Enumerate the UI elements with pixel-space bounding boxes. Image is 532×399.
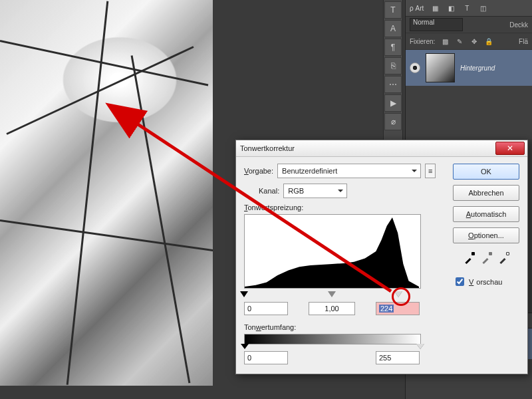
lock-all-icon[interactable]: 🔒 bbox=[484, 37, 493, 46]
histogram bbox=[244, 214, 421, 289]
ok-button[interactable]: OK bbox=[453, 164, 519, 180]
shadow-input[interactable]: 0 bbox=[244, 302, 288, 315]
preview-checkbox[interactable]: VorschauVorschau bbox=[453, 275, 519, 288]
midtone-input[interactable]: 1,00 bbox=[309, 302, 355, 315]
panel-icon-2[interactable]: ⋯ bbox=[384, 76, 402, 93]
type-tool-icon[interactable]: T bbox=[384, 1, 402, 19]
panel-glyph-icon[interactable]: ◫ bbox=[478, 3, 487, 13]
cancel-button[interactable]: Abbrechen bbox=[453, 185, 519, 201]
channel-select[interactable]: RGB bbox=[283, 184, 347, 198]
midtone-slider[interactable] bbox=[328, 291, 336, 297]
layer-row[interactable]: Hintergrund bbox=[406, 50, 532, 86]
output-low-input[interactable]: 0 bbox=[244, 351, 288, 364]
char-panel-icon[interactable]: A bbox=[384, 20, 402, 37]
black-point-eyedropper-icon[interactable] bbox=[464, 253, 474, 263]
eyedropper-cursor-icon bbox=[122, 112, 132, 121]
play-icon[interactable]: ▶ bbox=[384, 94, 402, 112]
paragraph-panel-icon[interactable]: ¶ bbox=[384, 39, 402, 56]
lock-move-icon[interactable]: ✥ bbox=[469, 37, 479, 46]
input-levels-label: Tonwertspreizung: bbox=[244, 203, 303, 211]
output-high-input[interactable]: 255 bbox=[376, 351, 420, 364]
output-highlight-slider[interactable] bbox=[416, 344, 424, 349]
output-levels-label: Tonwertumfang: bbox=[244, 323, 296, 331]
visibility-eye-icon[interactable] bbox=[410, 63, 420, 73]
preset-label: VVorgabe:orgabe: bbox=[244, 167, 273, 175]
shadow-slider[interactable] bbox=[240, 291, 248, 297]
art-dropdown-label[interactable]: ρ Art bbox=[410, 5, 424, 12]
panel-glyph-icon[interactable]: ▦ bbox=[430, 3, 440, 13]
panel-icon[interactable]: ⎘ bbox=[384, 57, 402, 74]
blend-mode-select[interactable]: Normal bbox=[410, 18, 463, 31]
levels-dialog: Tonwertkorrektur ✕ VVorgabe:orgabe: Benu… bbox=[235, 140, 528, 374]
document-canvas[interactable] bbox=[0, 0, 213, 386]
preview-checkbox-input[interactable] bbox=[456, 277, 464, 286]
layer-thumbnail[interactable] bbox=[426, 53, 455, 82]
layer-name[interactable]: Hintergrund bbox=[460, 65, 495, 72]
auto-button[interactable]: AAutomatischutomatisch bbox=[453, 206, 519, 222]
gray-point-eyedropper-icon[interactable] bbox=[481, 253, 491, 263]
dialog-titlebar[interactable]: Tonwertkorrektur ✕ bbox=[236, 140, 527, 157]
dialog-title: Tonwertkorrektur bbox=[240, 144, 295, 152]
highlight-slider-annotation bbox=[392, 287, 410, 306]
panel-glyph-icon[interactable]: ◧ bbox=[446, 3, 456, 13]
opacity-label: Deckk bbox=[509, 21, 528, 29]
input-sliders[interactable] bbox=[244, 291, 420, 301]
close-button[interactable]: ✕ bbox=[495, 142, 525, 155]
layers-panel: ρ Art ▦ ◧ T ◫ Normal Deckk Fixieren: ▩ ✎… bbox=[405, 0, 532, 140]
channel-label: Kanal: bbox=[259, 187, 279, 195]
lock-transparent-icon[interactable]: ▩ bbox=[440, 37, 450, 46]
panel-icon-3[interactable]: ⌀ bbox=[384, 113, 402, 130]
preset-menu-button[interactable]: ≡ bbox=[425, 164, 436, 178]
output-gradient[interactable] bbox=[244, 334, 421, 344]
panel-glyph-icon[interactable]: T bbox=[462, 3, 471, 13]
svg-marker-0 bbox=[245, 217, 419, 288]
lock-label: Fixieren: bbox=[410, 38, 435, 45]
output-shadow-slider[interactable] bbox=[241, 344, 249, 349]
white-point-eyedropper-icon[interactable] bbox=[498, 253, 509, 263]
preset-select[interactable]: Benutzerdefiniert bbox=[277, 164, 421, 178]
collapsed-tool-strip: T A ¶ ⎘ ⋯ ▶ ⌀ bbox=[383, 0, 403, 140]
lock-paint-icon[interactable]: ✎ bbox=[455, 37, 464, 46]
fill-label: Flä bbox=[519, 38, 528, 45]
options-button[interactable]: Optionen...Optionen... bbox=[453, 227, 519, 243]
ice-image bbox=[0, 0, 213, 386]
